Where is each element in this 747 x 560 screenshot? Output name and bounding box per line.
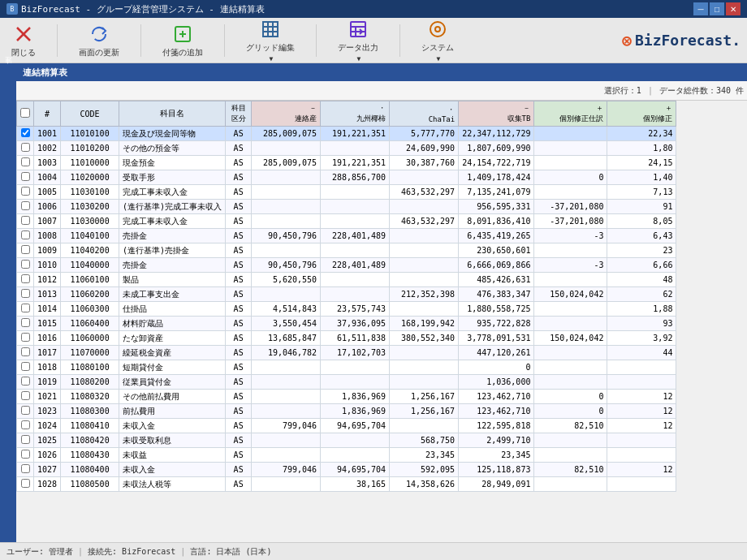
row-check[interactable] xyxy=(17,477,34,492)
separator-2 xyxy=(140,24,141,57)
row-name: たな卸資産 xyxy=(119,331,226,346)
row-check[interactable] xyxy=(17,463,34,477)
row-kojin2: 24,15 xyxy=(607,156,676,170)
header-check[interactable] xyxy=(17,101,34,127)
row-name: 短期貸付金 xyxy=(119,360,226,375)
row-check[interactable] xyxy=(17,273,34,287)
row-kyushu: 228,401,489 xyxy=(321,258,390,273)
export-dropdown-arrow: ▼ xyxy=(357,55,361,62)
row-check[interactable] xyxy=(17,390,34,404)
export-button[interactable]: データ出力 ▼ xyxy=(333,16,383,64)
row-renraku xyxy=(252,287,321,302)
row-check[interactable] xyxy=(17,448,34,463)
header-num: # xyxy=(34,101,61,127)
row-name: 売掛金 xyxy=(119,229,226,243)
header-kubun: 科目区分 xyxy=(226,101,252,127)
row-kojin2: 6,66 xyxy=(607,258,676,273)
row-check[interactable] xyxy=(17,214,34,229)
row-name: 売掛金 xyxy=(119,258,226,273)
row-chatai: 30,387,760 xyxy=(390,156,459,170)
row-kubun: AS xyxy=(226,419,252,433)
row-check[interactable] xyxy=(17,170,34,185)
content-area: 連結精算表 選択行：1 | データ総件数：340 件 # CODE 科目名 xyxy=(16,63,747,542)
row-chatai xyxy=(390,302,459,317)
select-all-checkbox[interactable] xyxy=(20,108,30,118)
close-button[interactable]: 閉じる xyxy=(6,21,41,60)
row-num: 1004 xyxy=(34,170,61,185)
table-row: 1013 11060200 未成工事支出金 AS 212,352,398 476… xyxy=(17,287,676,302)
header-chatai: ・ChaTai xyxy=(390,101,459,127)
row-check[interactable] xyxy=(17,258,34,273)
row-kyushu xyxy=(321,287,390,302)
add-button[interactable]: 付箋の追加 xyxy=(158,21,208,60)
table-row: 1002 11010200 その他の預金等 AS 24,609,990 1,80… xyxy=(17,141,676,156)
system-button[interactable]: システム ▼ xyxy=(417,16,459,64)
row-kyushu xyxy=(321,433,390,448)
row-check[interactable] xyxy=(17,141,34,156)
row-shuuhi: 23,345 xyxy=(459,448,534,463)
row-code: 11080500 xyxy=(61,477,119,492)
row-kojin2: 22,34 xyxy=(607,127,676,141)
table-row: 1006 11030200 (進行基準)完成工事未収入 AS 956,595,3… xyxy=(17,200,676,214)
row-check[interactable] xyxy=(17,127,34,141)
row-kojin2 xyxy=(607,375,676,390)
toolbar2: 選択行：1 | データ総件数：340 件 xyxy=(16,81,747,101)
table-row: 1008 11040100 売掛金 AS 90,450,796 228,401,… xyxy=(17,229,676,243)
row-check[interactable] xyxy=(17,419,34,433)
table-row: 1014 11060300 仕掛品 AS 4,514,843 23,575,74… xyxy=(17,302,676,317)
grid-container[interactable]: # CODE 科目名 科目区分 －連絡産 ・九州椰柿 ・ChaTai －収集TB… xyxy=(16,101,747,542)
toolbar: 閉じる 画面の更新 付箋の追加 グリッド編集 ▼ データ出力 ▼ システム xyxy=(0,18,747,63)
row-check[interactable] xyxy=(17,331,34,346)
row-shuuhi: 956,595,331 xyxy=(459,200,534,214)
row-chatai: 568,750 xyxy=(390,433,459,448)
grid-button[interactable]: グリッド編集 ▼ xyxy=(241,16,300,64)
table-row: 1027 11080400 未収入金 AS 799,046 94,695,704… xyxy=(17,463,676,477)
refresh-button[interactable]: 画面の更新 xyxy=(74,21,124,60)
table-row: 1026 11080430 未収益 AS 23,345 23,345 xyxy=(17,448,676,463)
row-code: 11060200 xyxy=(61,287,119,302)
row-kubun: AS xyxy=(226,127,252,141)
row-shuuhi: 22,347,112,729 xyxy=(459,127,534,141)
separator-5 xyxy=(399,24,400,57)
info-separator: | xyxy=(648,86,653,95)
row-check[interactable] xyxy=(17,200,34,214)
row-check[interactable] xyxy=(17,433,34,448)
close-window-button[interactable]: ✕ xyxy=(726,2,741,15)
row-num: 1001 xyxy=(34,127,61,141)
row-kyushu xyxy=(321,214,390,229)
row-check[interactable] xyxy=(17,185,34,200)
row-check[interactable] xyxy=(17,375,34,390)
row-check[interactable] xyxy=(17,287,34,302)
minimize-button[interactable]: ─ xyxy=(693,2,708,15)
row-check[interactable] xyxy=(17,346,34,360)
maximize-button[interactable]: □ xyxy=(710,2,724,15)
row-check[interactable] xyxy=(17,404,34,419)
table-row: 1023 11080300 前払費用 AS 1,836,969 1,256,16… xyxy=(17,404,676,419)
row-check[interactable] xyxy=(17,302,34,317)
status-sep-2: | xyxy=(180,547,185,556)
table-row: 1001 11010100 現金及び現金同等物 AS 285,009,075 1… xyxy=(17,127,676,141)
row-check[interactable] xyxy=(17,243,34,258)
table-row: 1018 11080100 短期貸付金 AS 0 xyxy=(17,360,676,375)
row-code: 11080320 xyxy=(61,390,119,404)
system-icon xyxy=(426,18,449,41)
row-renraku: 19,046,782 xyxy=(252,346,321,360)
row-renraku: 799,046 xyxy=(252,419,321,433)
row-name: 前払費用 xyxy=(119,404,226,419)
row-check[interactable] xyxy=(17,360,34,375)
window-controls[interactable]: ─ □ ✕ xyxy=(693,2,741,15)
header-kojin2: ＋個別修正 xyxy=(607,101,676,127)
row-code: 11060100 xyxy=(61,273,119,287)
row-check[interactable] xyxy=(17,156,34,170)
status-user: ユーザー: 管理者 xyxy=(6,546,73,558)
row-chatai: 1,256,167 xyxy=(390,390,459,404)
row-renraku xyxy=(252,390,321,404)
row-code: 11080420 xyxy=(61,433,119,448)
row-num: 1012 xyxy=(34,273,61,287)
row-kyushu xyxy=(321,448,390,463)
table-row: 1019 11080200 従業員貸付金 AS 1,036,000 xyxy=(17,375,676,390)
row-check[interactable] xyxy=(17,317,34,331)
row-kojin2: 91 xyxy=(607,200,676,214)
row-check[interactable] xyxy=(17,229,34,243)
header-renraku: －連絡産 xyxy=(252,101,321,127)
